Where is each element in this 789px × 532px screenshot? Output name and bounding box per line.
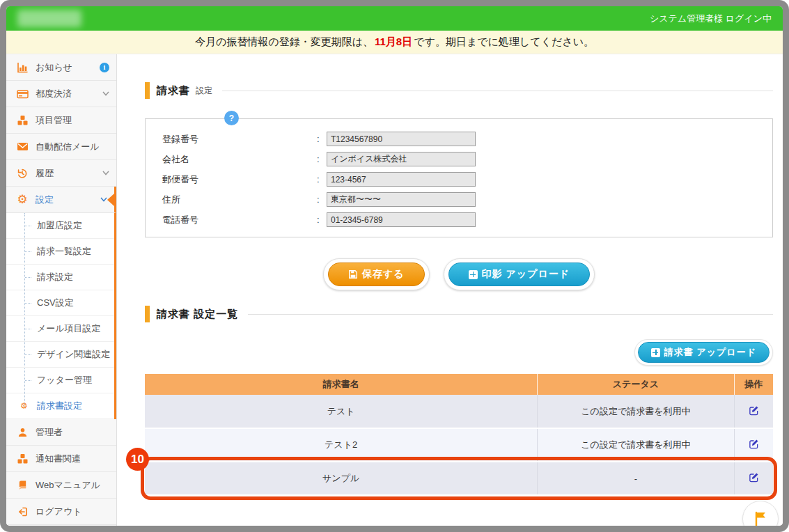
status-cell: - xyxy=(538,462,734,495)
invoice-settings-form: 登録番号 : 会社名 : 郵便番号 : xyxy=(145,118,773,237)
seal-upload-button-label: 印影 アップロード xyxy=(482,268,570,281)
sidebar-item-item-management[interactable]: 項目管理 xyxy=(6,107,116,134)
chevron-down-icon xyxy=(102,171,109,175)
column-header-status: ステータス xyxy=(538,374,734,395)
submenu-label: 請求一覧設定 xyxy=(37,245,91,258)
annotation-step-badge: 10 xyxy=(126,448,149,471)
sidebar-item-settings[interactable]: ⚙ 設定 xyxy=(6,187,116,213)
sidebar-item-logout[interactable]: ログアウト xyxy=(6,499,116,525)
table-row: テスト2 この設定で請求書を利用中 xyxy=(145,428,773,462)
plus-icon xyxy=(469,270,478,279)
invoice-name-cell: テスト2 xyxy=(145,428,538,462)
invoice-name-cell: テスト xyxy=(145,395,538,428)
form-row: 会社名 : xyxy=(162,152,756,166)
field-label: 会社名 xyxy=(162,153,317,166)
submenu-item-mail-item-settings[interactable]: メール項目設定 xyxy=(6,316,114,342)
invoice-settings-header: 請求書 設定 xyxy=(145,82,773,99)
flag-icon xyxy=(753,510,768,526)
sidebar-item-web-manual[interactable]: Webマニュアル xyxy=(6,472,116,499)
company-name-field[interactable] xyxy=(327,152,476,166)
form-row: 住所 : xyxy=(162,192,756,207)
notice-deadline: 11月8日 xyxy=(375,36,412,49)
field-separator: : xyxy=(317,174,327,185)
phone-number-field[interactable] xyxy=(327,212,476,227)
sidebar-item-one-time-payment[interactable]: 都度決済 xyxy=(6,81,116,107)
bar-chart-icon xyxy=(15,62,29,73)
section-divider xyxy=(222,91,773,91)
sidebar-item-auto-mail[interactable]: 自動配信メール xyxy=(6,134,116,160)
save-icon xyxy=(348,269,358,279)
submenu-label: デザイン関連設定 xyxy=(37,348,110,361)
sidebar-item-label: 設定 xyxy=(36,194,100,206)
field-label: 住所 xyxy=(162,194,317,206)
invoice-list-header: 請求書 設定一覧 xyxy=(145,306,773,322)
section-accent-bar xyxy=(145,82,150,99)
section-divider xyxy=(248,314,773,315)
submenu-item-footer-management[interactable]: フッター管理 xyxy=(6,368,114,393)
top-header: システム管理者様 ログイン中 xyxy=(6,6,783,31)
address-field[interactable] xyxy=(327,192,476,207)
user-icon xyxy=(15,427,29,438)
edit-icon[interactable] xyxy=(749,439,759,449)
field-label: 電話番号 xyxy=(162,214,317,226)
info-icon[interactable] xyxy=(100,63,109,72)
invoice-upload-button-wrapper: 請求書 アップロード xyxy=(634,339,773,366)
history-icon xyxy=(15,168,29,179)
mail-icon xyxy=(15,142,29,151)
submenu-item-billing-settings[interactable]: 請求設定 xyxy=(6,265,114,290)
postal-code-field[interactable] xyxy=(327,172,476,187)
active-section-arrow xyxy=(107,194,114,206)
sidebar-item-history[interactable]: 履歴 xyxy=(6,160,116,187)
seal-upload-button-wrapper: 印影 アップロード xyxy=(444,258,595,290)
form-row: 郵便番号 : xyxy=(162,172,756,187)
column-header-invoice-name: 請求書名 xyxy=(145,374,538,395)
sidebar-item-news[interactable]: お知らせ xyxy=(6,54,116,81)
table-row: テスト この設定で請求書を利用中 xyxy=(145,395,773,428)
submenu-label: CSV設定 xyxy=(37,297,74,309)
seal-upload-button[interactable]: 印影 アップロード xyxy=(448,263,591,286)
cubes-icon xyxy=(15,115,29,126)
sidebar-item-notifications[interactable]: 通知書関連 xyxy=(6,446,116,472)
sidebar-item-administrators[interactable]: 管理者 xyxy=(6,419,116,446)
submenu-label: 請求書設定 xyxy=(37,400,82,412)
submenu-label: 加盟店設定 xyxy=(37,219,82,232)
question-icon[interactable] xyxy=(224,111,239,125)
field-separator: : xyxy=(317,134,327,144)
save-button[interactable]: 保存する xyxy=(328,263,425,286)
table-row-highlighted: サンプル - xyxy=(145,462,773,495)
edit-icon[interactable] xyxy=(749,472,759,483)
sidebar-item-label: ログアウト xyxy=(36,506,109,518)
field-separator: : xyxy=(317,214,327,225)
submenu-item-design-settings[interactable]: デザイン関連設定 xyxy=(6,342,114,368)
section-title: 請求書 設定一覧 xyxy=(157,308,238,321)
invoice-upload-button-label: 請求書 アップロード xyxy=(664,346,756,359)
chevron-down-icon xyxy=(100,197,107,202)
section-subtitle: 設定 xyxy=(196,85,212,97)
save-button-label: 保存する xyxy=(362,268,405,281)
sidebar: お知らせ 都度決済 項目管理 自動配信メール xyxy=(6,54,117,526)
flag-button[interactable] xyxy=(742,501,779,526)
sidebar-item-label: 通知書関連 xyxy=(36,453,109,465)
credit-card-icon xyxy=(15,89,29,99)
status-cell: この設定で請求書を利用中 xyxy=(538,428,734,462)
submenu-item-billing-list-settings[interactable]: 請求一覧設定 xyxy=(6,239,114,265)
app-logo xyxy=(17,10,81,27)
form-row: 登録番号 : xyxy=(162,132,756,146)
app-window: システム管理者様 ログイン中 今月の振替情報の登録・変更期限は、11月8日です。… xyxy=(0,0,789,532)
logout-icon xyxy=(15,506,29,517)
save-button-wrapper: 保存する xyxy=(323,258,430,290)
chevron-down-icon xyxy=(102,91,109,96)
submenu-item-merchant-settings[interactable]: 加盟店設定 xyxy=(6,213,114,239)
invoice-upload-button[interactable]: 請求書 アップロード xyxy=(638,342,770,363)
plus-icon xyxy=(651,348,660,357)
edit-icon[interactable] xyxy=(749,405,759,416)
submenu-label: メール項目設定 xyxy=(37,322,101,335)
registration-number-field[interactable] xyxy=(327,132,476,146)
submenu-label: フッター管理 xyxy=(37,374,92,386)
field-separator: : xyxy=(317,194,327,205)
submenu-item-csv-settings[interactable]: CSV設定 xyxy=(6,290,114,316)
sidebar-item-label: 履歴 xyxy=(36,167,102,180)
sidebar-item-label: 管理者 xyxy=(36,426,109,439)
book-icon xyxy=(15,480,29,491)
submenu-item-invoice-settings[interactable]: ⚙ 請求書設定 xyxy=(6,393,114,419)
